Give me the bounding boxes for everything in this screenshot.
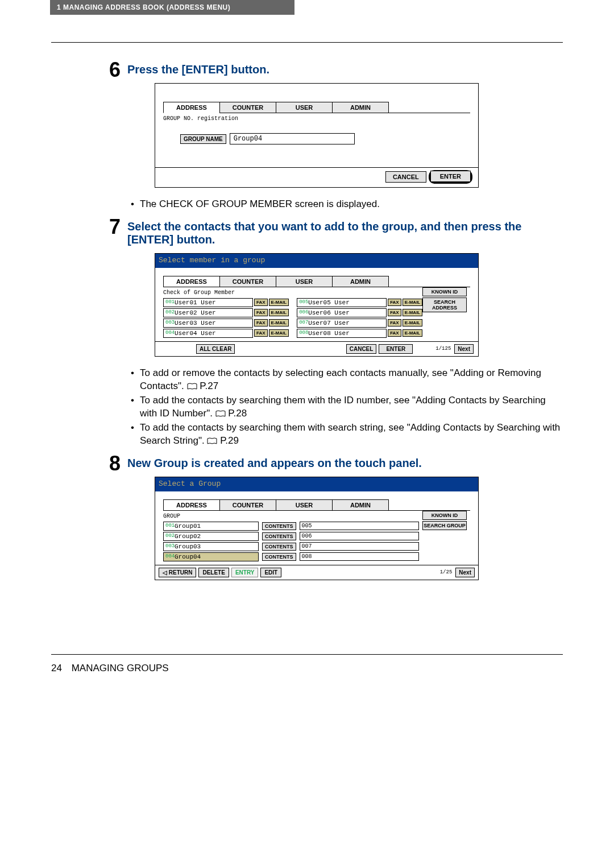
contents-button[interactable]: CONTENTS — [262, 522, 296, 530]
step-6-bullet: The CHECK OF GROUP MEMBER screen is disp… — [131, 198, 563, 211]
pager: 1/25 — [440, 569, 453, 575]
next-button[interactable]: Next — [454, 344, 474, 354]
cancel-button[interactable]: CANCEL — [346, 344, 377, 354]
step-6-title: Press the [ENTER] button. — [127, 63, 563, 76]
entry-button[interactable]: ENTRY — [231, 568, 259, 577]
fax-button[interactable]: FAX — [254, 299, 268, 306]
search-group-button[interactable]: SEARCH GROUP — [422, 521, 467, 530]
enter-button[interactable]: ENTER — [379, 344, 413, 354]
member-row: 004User04 UserFAXE-MAIL008User08 UserFAX… — [163, 329, 470, 338]
step-7-bullet-3: To add the contacts by searching them wi… — [131, 421, 563, 448]
screen-group-registration: ADDRESS COUNTER USER ADMIN GROUP NO. reg… — [155, 83, 479, 188]
member-name[interactable]: 002User02 User — [163, 308, 253, 317]
step-8: 8 New Group is created and appears on th… — [102, 453, 563, 586]
email-button[interactable]: E-MAIL — [403, 309, 423, 316]
tab-user[interactable]: USER — [276, 102, 333, 113]
group-slot[interactable]: 006 — [300, 532, 419, 540]
member-name[interactable]: 008User08 User — [297, 329, 387, 338]
footer-rule — [51, 654, 563, 655]
group-slot[interactable]: 008 — [300, 552, 419, 561]
fax-button[interactable]: FAX — [388, 309, 401, 316]
edit-button[interactable]: EDIT — [260, 568, 281, 577]
book-icon — [187, 383, 197, 390]
group-name[interactable]: 003Group03 — [163, 542, 259, 551]
group-row: 002Group02CONTENTS006 — [163, 532, 470, 541]
tab-admin[interactable]: ADMIN — [332, 102, 389, 113]
member-name[interactable]: 003User03 User — [163, 319, 253, 328]
footer-title: MANAGING GROUPS — [72, 663, 169, 673]
email-button[interactable]: E-MAIL — [403, 319, 423, 326]
tab-address[interactable]: ADDRESS — [163, 499, 220, 511]
contents-button[interactable]: CONTENTS — [262, 532, 296, 540]
step-7-title: Select the contacts that you want to add… — [127, 220, 563, 246]
fax-button[interactable]: FAX — [254, 309, 268, 316]
book-icon — [207, 437, 217, 444]
return-button[interactable]: ◁ RETURN — [159, 568, 196, 577]
known-id-button[interactable]: KNOWN ID — [422, 287, 467, 296]
step-7-bullet-1: To add or remove the contacts by selecti… — [131, 367, 563, 393]
contents-button[interactable]: CONTENTS — [262, 553, 296, 561]
group-row: 003Group03CONTENTS007 — [163, 542, 470, 551]
page-footer: 24 MANAGING GROUPS — [51, 663, 563, 674]
delete-button[interactable]: DELETE — [198, 568, 229, 577]
tab-admin[interactable]: ADMIN — [332, 276, 389, 287]
group-name-field[interactable]: Group04 — [230, 133, 355, 144]
group-name[interactable]: 004Group04 — [163, 552, 259, 561]
fax-button[interactable]: FAX — [254, 319, 268, 326]
search-address-button[interactable]: SEARCH ADDRESS — [422, 297, 467, 312]
book-icon — [215, 410, 226, 417]
all-clear-button[interactable]: ALL CLEAR — [196, 344, 235, 354]
group-name-button[interactable]: GROUP NAME — [180, 134, 226, 144]
group-reg-subtitle: GROUP NO. registration — [163, 115, 470, 122]
contents-button[interactable]: CONTENTS — [262, 543, 296, 551]
screen2-title: Select member in a group — [155, 254, 478, 268]
tab-counter[interactable]: COUNTER — [219, 102, 276, 113]
member-name[interactable]: 007User07 User — [297, 319, 387, 328]
member-name[interactable]: 001User01 User — [163, 298, 253, 307]
group-row: 004Group04CONTENTS008 — [163, 552, 470, 561]
member-name[interactable]: 005User05 User — [297, 298, 387, 307]
step-6: 6 Press the [ENTER] button. ADDRESS COUN… — [102, 60, 563, 193]
header-breadcrumb: 1 MANAGING ADDRESS BOOK (ADDRESS MENU) — [50, 0, 294, 15]
fax-button[interactable]: FAX — [388, 329, 401, 337]
tab-counter[interactable]: COUNTER — [219, 276, 276, 287]
step-7: 7 Select the contacts that you want to a… — [102, 217, 563, 362]
screen-select-group: Select a Group ADDRESS COUNTER USER ADMI… — [155, 477, 479, 580]
cancel-button[interactable]: CANCEL — [385, 171, 426, 183]
step-8-number: 8 — [102, 453, 121, 586]
step-7-bullet-2: To add the contacts by searching them wi… — [131, 394, 563, 420]
screen-check-group-member: Select member in a group ADDRESS COUNTER… — [155, 253, 479, 357]
email-button[interactable]: E-MAIL — [269, 319, 289, 326]
page-number: 24 — [51, 663, 62, 673]
tab-counter[interactable]: COUNTER — [219, 499, 276, 511]
tab-address[interactable]: ADDRESS — [163, 102, 220, 113]
fax-button[interactable]: FAX — [254, 329, 268, 337]
email-button[interactable]: E-MAIL — [403, 299, 423, 306]
enter-highlight: ENTER — [429, 170, 472, 184]
step-6-number: 6 — [102, 60, 121, 193]
email-button[interactable]: E-MAIL — [403, 329, 423, 337]
tab-address[interactable]: ADDRESS — [163, 276, 220, 287]
next-button[interactable]: Next — [455, 568, 475, 577]
group-slot[interactable]: 005 — [300, 522, 419, 530]
email-button[interactable]: E-MAIL — [269, 329, 289, 337]
header-rule — [51, 42, 563, 43]
tabs: ADDRESS COUNTER USER ADMIN — [163, 102, 470, 113]
enter-button[interactable]: ENTER — [430, 171, 471, 182]
member-name[interactable]: 006User06 User — [297, 308, 387, 317]
pager: 1/125 — [435, 346, 451, 352]
tab-user[interactable]: USER — [276, 276, 333, 287]
fax-button[interactable]: FAX — [388, 299, 401, 306]
group-slot[interactable]: 007 — [300, 542, 419, 551]
screen3-title: Select a Group — [155, 477, 478, 491]
member-name[interactable]: 004User04 User — [163, 329, 253, 338]
group-name[interactable]: 001Group01 — [163, 522, 259, 531]
step-8-title: New Group is created and appears on the … — [127, 457, 563, 470]
email-button[interactable]: E-MAIL — [269, 309, 289, 316]
group-name[interactable]: 002Group02 — [163, 532, 259, 541]
email-button[interactable]: E-MAIL — [269, 299, 289, 306]
known-id-button[interactable]: KNOWN ID — [422, 511, 467, 520]
tab-user[interactable]: USER — [276, 499, 333, 511]
fax-button[interactable]: FAX — [388, 319, 401, 326]
tab-admin[interactable]: ADMIN — [332, 499, 389, 511]
